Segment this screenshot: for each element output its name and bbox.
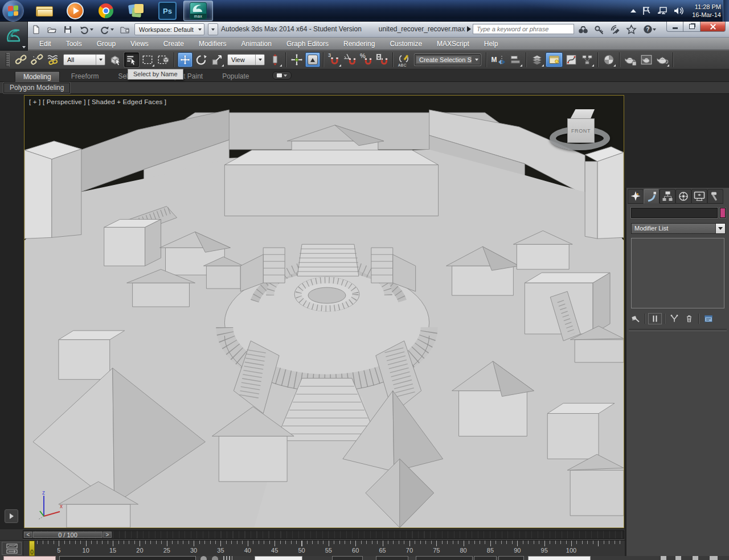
- remove-modifier-button[interactable]: [682, 313, 696, 324]
- select-by-name-button[interactable]: [124, 52, 139, 67]
- undo-button[interactable]: [77, 24, 95, 35]
- make-unique-button[interactable]: [667, 313, 681, 324]
- window-close-button[interactable]: [700, 22, 726, 32]
- grid-toggle-fragment[interactable]: [223, 556, 232, 560]
- viewport-label[interactable]: [ + ] [ Perspective ] [ Shaded + Edged F…: [29, 98, 166, 105]
- unlink-selection-button[interactable]: [30, 52, 44, 67]
- layer-manager-button[interactable]: [530, 52, 544, 67]
- polygon-modeling-panel-button[interactable]: Polygon Modeling: [3, 83, 70, 93]
- window-crossing-toggle-button[interactable]: [156, 52, 171, 67]
- volume-icon[interactable]: [673, 6, 685, 15]
- viewcube-cube[interactable]: FRONT: [567, 109, 595, 145]
- selection-filter-arrow[interactable]: [96, 55, 105, 65]
- modifier-list-dropdown[interactable]: Modifier List: [631, 223, 726, 234]
- select-and-manipulate-button[interactable]: [289, 52, 304, 67]
- named-selection-sets-dropdown[interactable]: Create Selection Se: [415, 54, 481, 65]
- communication-center-button[interactable]: [609, 24, 621, 35]
- ribbon-minimize-button[interactable]: [272, 71, 292, 80]
- qat-overflow-button[interactable]: [208, 23, 218, 35]
- status-field-fragment[interactable]: [376, 556, 408, 560]
- named-sets-arrow[interactable]: [473, 55, 480, 65]
- coordinate-system-arrow[interactable]: [255, 55, 264, 65]
- project-folder-button[interactable]: [118, 24, 131, 35]
- render-production-button[interactable]: [655, 52, 670, 67]
- favorites-button[interactable]: [625, 24, 637, 35]
- tab-motion[interactable]: [675, 189, 691, 204]
- window-restore-button[interactable]: [683, 22, 700, 32]
- render-setup-button[interactable]: [623, 52, 638, 67]
- subscription-button[interactable]: [593, 24, 605, 35]
- object-name-input[interactable]: [631, 208, 718, 218]
- search-input[interactable]: [473, 24, 574, 34]
- menu-tools[interactable]: Tools: [59, 38, 89, 50]
- start-button[interactable]: [2, 0, 24, 22]
- mirror-button[interactable]: M: [490, 52, 507, 67]
- align-button[interactable]: [508, 52, 523, 67]
- tray-chevron-icon[interactable]: [630, 9, 636, 13]
- open-mini-curve-editor-button[interactable]: [2, 542, 22, 555]
- action-center-flag-icon[interactable]: [641, 6, 652, 15]
- menu-maxscript[interactable]: MAXScript: [429, 38, 477, 50]
- selection-lock-toggle-fragment[interactable]: [200, 556, 207, 560]
- select-and-move-button[interactable]: [178, 52, 193, 67]
- object-color-swatch[interactable]: [720, 208, 726, 218]
- rectangular-selection-region-button[interactable]: [140, 52, 155, 67]
- material-editor-button[interactable]: [601, 52, 616, 67]
- taskbar-chrome-button[interactable]: [91, 1, 121, 21]
- select-and-link-button[interactable]: [14, 52, 28, 67]
- time-field-fragment[interactable]: [528, 556, 591, 560]
- workspace-dropdown[interactable]: Workspace: Default: [134, 23, 204, 35]
- menu-customize[interactable]: Customize: [382, 38, 429, 50]
- tab-hierarchy[interactable]: [660, 189, 675, 204]
- select-and-scale-button[interactable]: [210, 52, 224, 67]
- open-file-button[interactable]: [46, 24, 58, 35]
- taskbar-media-player-button[interactable]: [60, 1, 90, 21]
- help-dropdown-arrow[interactable]: [653, 28, 656, 31]
- edit-named-selection-sets-button[interactable]: ABC: [396, 52, 411, 67]
- undo-dropdown-arrow[interactable]: [90, 28, 93, 31]
- angle-snap-toggle-button[interactable]: [343, 52, 358, 67]
- search-go-icon[interactable]: [467, 26, 471, 32]
- toolbar-grip[interactable]: [6, 53, 10, 67]
- status-field-fragment[interactable]: [474, 556, 497, 560]
- tray-clock[interactable]: 11:28 PM 16-Mar-14: [692, 3, 721, 19]
- frame-ruler[interactable]: 5101520253035404550556065707580859095100…: [23, 541, 625, 557]
- menu-modifiers[interactable]: Modifiers: [191, 38, 234, 50]
- viewport-nav-fragment[interactable]: [693, 556, 698, 560]
- configure-modifier-sets-button[interactable]: [702, 313, 715, 324]
- graphite-modeling-tools-toggle[interactable]: [546, 52, 563, 67]
- taskbar-sticky-notes-button[interactable]: [122, 1, 151, 21]
- time-slider-handle[interactable]: 0 / 100: [33, 532, 103, 538]
- new-scene-button[interactable]: [30, 24, 42, 35]
- application-menu-button[interactable]: [0, 22, 28, 51]
- percent-snap-toggle-button[interactable]: %: [359, 52, 374, 67]
- pin-stack-button[interactable]: [629, 313, 642, 324]
- menu-group[interactable]: Group: [89, 38, 123, 50]
- ribbon-tab-freeform[interactable]: Freeform: [63, 71, 107, 82]
- viewcube[interactable]: FRONT: [548, 108, 616, 156]
- spinner-snap-toggle-button[interactable]: [375, 52, 390, 67]
- perspective-viewport[interactable]: [ + ] [ Perspective ] [ Shaded + Edged F…: [24, 95, 624, 528]
- viewcube-front-face[interactable]: FRONT: [567, 118, 595, 143]
- keyboard-shortcut-override-toggle[interactable]: [305, 52, 320, 67]
- snaps-toggle-3d-button[interactable]: 3: [327, 52, 342, 67]
- reference-coordinate-system-dropdown[interactable]: View: [227, 54, 265, 65]
- coordinate-field-fragment[interactable]: [255, 556, 302, 560]
- tab-utilities[interactable]: [707, 189, 723, 204]
- taskbar-explorer-button[interactable]: [30, 1, 59, 21]
- rendered-frame-window-button[interactable]: [639, 52, 654, 67]
- current-frame-marker[interactable]: 0: [29, 541, 35, 556]
- redo-dropdown-arrow[interactable]: [110, 28, 114, 31]
- viewcube-top-face[interactable]: [567, 109, 595, 118]
- time-slider-track[interactable]: < 0 / 100 >: [23, 530, 624, 539]
- tab-create[interactable]: [628, 189, 644, 204]
- viewport-nav-fragment[interactable]: [710, 556, 718, 560]
- tab-display[interactable]: [691, 189, 707, 204]
- select-and-rotate-button[interactable]: [194, 52, 208, 67]
- menu-views[interactable]: Views: [123, 38, 156, 50]
- search-button[interactable]: [578, 24, 589, 35]
- show-end-result-button[interactable]: [648, 313, 662, 324]
- ribbon-tab-populate[interactable]: Populate: [214, 71, 257, 82]
- status-field-fragment[interactable]: [498, 556, 524, 560]
- taskbar-3dsmax-button[interactable]: max: [183, 1, 213, 21]
